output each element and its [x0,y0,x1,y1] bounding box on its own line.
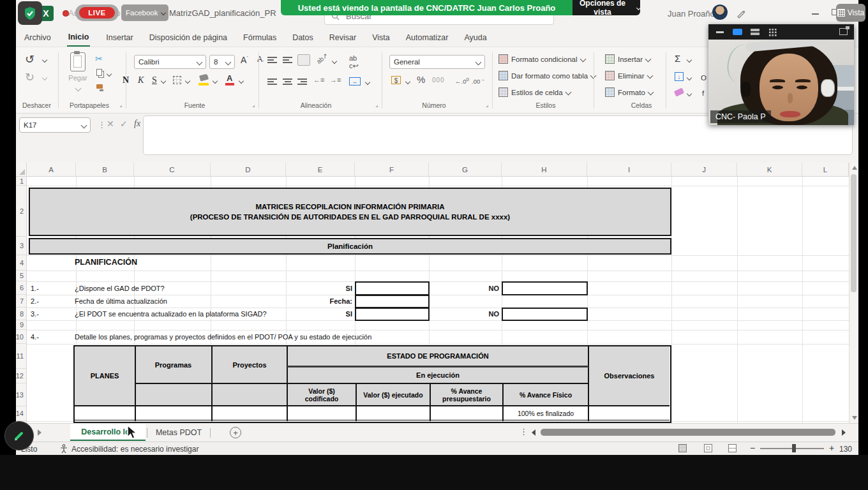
wrap-text-icon[interactable]: abc↩ [349,54,359,70]
font-size-combobox[interactable]: 8 [209,55,235,69]
undo-chevron-icon[interactable] [42,57,47,63]
column-header-G[interactable]: G [429,163,502,177]
bold-button[interactable]: N [123,75,129,85]
font-dialog-launcher-icon[interactable]: ⌟ [252,101,255,108]
document-title[interactable]: MatrizGAD_planificación_PR [169,8,276,18]
enter-icon[interactable]: ✓ [120,119,128,129]
sheet-canvas[interactable]: MATRICES RECOPILACION INFORMACIÓN PRIMAR… [27,177,849,423]
align-bottom-icon[interactable] [297,54,310,66]
autosum-chevron-icon[interactable] [687,57,692,63]
gallery-view-icon[interactable] [768,28,777,36]
decrease-indent-icon[interactable]: ←≡ [313,76,324,84]
column-header-L[interactable]: L [802,163,849,177]
account-name[interactable]: Juan Proaño [668,9,715,19]
add-sheet-button[interactable]: + [230,427,241,438]
hscroll-right-icon[interactable] [842,429,846,436]
undo-icon[interactable]: ↺ [25,52,34,66]
cut-icon[interactable]: ✂ [95,54,103,64]
format-cells-button[interactable]: Formato [605,87,653,97]
vertical-scroll-thumb[interactable] [851,174,857,292]
tab-archivo[interactable]: Archivo [24,33,51,42]
increase-indent-icon[interactable]: →≡ [330,76,341,84]
tab-inicio[interactable]: Inicio [67,29,91,47]
hscroll-left-icon[interactable] [532,429,535,436]
zoom-in-icon[interactable]: + [829,443,834,453]
number-format-combobox[interactable]: General [389,55,485,69]
tab-revisar[interactable]: Revisar [329,33,356,42]
accounting-format-icon[interactable]: $ [391,76,401,84]
q1-no-input-cell[interactable] [502,281,588,295]
list-view-icon[interactable] [751,29,760,35]
align-left-icon[interactable] [267,78,277,85]
tab-automatizar[interactable]: Automatizar [406,33,449,42]
accessibility-icon[interactable] [59,444,68,454]
column-header-K[interactable]: K [737,163,802,177]
page-break-view-icon[interactable] [728,444,737,452]
align-top-icon[interactable] [267,56,277,64]
align-center-icon[interactable] [283,78,292,85]
insert-cells-button[interactable]: Insertar [605,54,650,64]
scroll-up-icon[interactable] [852,166,857,170]
fill-down-chevron-icon[interactable] [687,75,692,80]
row-header-5[interactable]: 5 [16,271,26,281]
row-header-6[interactable]: 6 [16,281,26,295]
q3-si-input-cell[interactable] [355,308,430,321]
row-header-9[interactable]: 9 [16,320,26,330]
font-color-chevron-icon[interactable] [239,78,244,84]
font-color-icon[interactable]: A [227,73,232,83]
zoom-out-icon[interactable]: − [750,443,755,453]
underline-button[interactable]: S [152,75,157,85]
minimize-window-icon[interactable] [812,13,819,15]
cell-styles-button[interactable]: Estilos de celda [498,87,571,97]
merge-center-icon[interactable]: ↔ [349,77,361,85]
annotation-pencil-button[interactable] [4,421,34,450]
tab-vista[interactable]: Vista [372,33,390,42]
column-header-J[interactable]: J [671,163,737,177]
format-as-table-button[interactable]: Dar formato como tabla [498,71,595,80]
fill-color-icon[interactable] [199,73,209,81]
alignment-dialog-launcher-icon[interactable]: ⌟ [375,101,378,108]
tab-datos[interactable]: Datos [292,33,313,42]
column-header-B[interactable]: B [76,163,134,177]
align-right-icon[interactable] [297,78,307,85]
tab-ayuda[interactable]: Ayuda [464,33,486,42]
borders-chevron-icon[interactable] [185,78,190,84]
conditional-formatting-button[interactable]: Formato condicional [498,54,585,64]
avatar[interactable] [712,4,728,20]
zoom-slider-thumb[interactable] [792,444,796,452]
column-header-H[interactable]: H [502,163,587,177]
sheet-nav-right-icon[interactable] [38,429,41,436]
column-header-E[interactable]: E [286,163,355,177]
page-layout-view-icon[interactable] [704,444,712,452]
percent-style-icon[interactable]: % [417,74,425,85]
normal-view-icon[interactable] [678,444,687,452]
paste-button[interactable]: Pegar [64,52,91,97]
merge-chevron-icon[interactable] [365,80,370,85]
fill-chevron-icon[interactable] [213,78,218,84]
row-header-7[interactable]: 7 [16,295,26,308]
column-header-F[interactable]: F [355,163,429,177]
row-header-14[interactable]: 14 [16,406,26,421]
row-header-1[interactable]: 1 [16,177,26,186]
column-header-C[interactable]: C [134,163,211,177]
video-window[interactable]: CNC- Paola P [708,24,854,125]
accessibility-status[interactable]: Accesibilidad: es necesario investigar [71,445,198,454]
name-box[interactable]: K17 [19,117,91,133]
comma-style-icon[interactable]: 000 [432,77,445,84]
row-header-11[interactable]: 11 [16,344,26,369]
grid-corner[interactable] [16,163,27,177]
clipboard-dialog-launcher-icon[interactable]: ⌟ [119,101,122,108]
row-header-4[interactable]: 4 [16,255,26,271]
video-minimize-icon[interactable] [716,31,724,33]
clear-eraser-icon[interactable] [674,87,684,96]
horizontal-scroll-thumb[interactable] [541,429,835,436]
q3-no-input-cell[interactable] [502,308,588,321]
view-options-button[interactable]: Opciones de vista [572,0,640,15]
clear-chevron-icon[interactable] [687,91,692,96]
row-header-13[interactable]: 13 [16,383,26,406]
row-header-8[interactable]: 8 [16,308,26,320]
italic-button[interactable]: K [138,75,144,85]
tab-strip-options-icon[interactable]: ⋮ [520,427,528,436]
align-middle-icon[interactable] [283,56,292,64]
insert-function-icon[interactable]: fx [134,119,140,129]
